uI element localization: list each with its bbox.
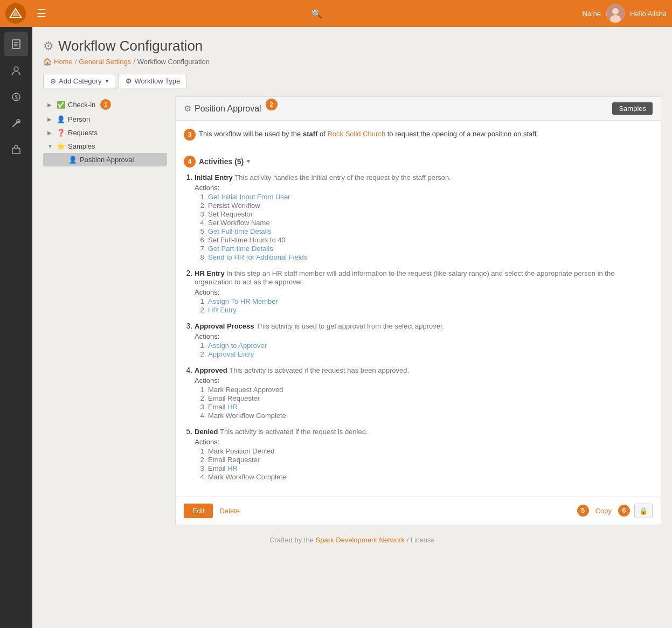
lock-button[interactable]: 🔒 <box>634 504 653 518</box>
footer-suffix: / License <box>407 536 435 544</box>
action-text: Mark Position Denied <box>208 447 275 455</box>
activity-4-title: Approved <box>195 366 229 374</box>
content-layout: ▶ ✅ Check-in 1 ▶ 👤 Person ▶ ❓ Requests ▼… <box>43 96 661 525</box>
copy-button[interactable]: Copy <box>593 504 614 518</box>
nav-item-check-in[interactable]: ▶ ✅ Check-in 1 <box>43 96 167 113</box>
nav-item-samples[interactable]: ▼ ⭐ Samples <box>43 139 167 153</box>
footer-left: Edit Delete <box>184 504 242 518</box>
activity-4-actions-label: Actions: <box>195 376 653 385</box>
activity-4-desc: This activity is activated if the reques… <box>229 366 409 374</box>
sidebar-item-work[interactable] <box>4 138 28 162</box>
search-icon[interactable]: 🔍 <box>311 9 322 19</box>
activity-2-action-list: Assign To HR Member HR Entry <box>195 297 653 314</box>
sidebar-item-person[interactable] <box>4 59 28 82</box>
action-text: Set Workflow Name <box>208 219 270 227</box>
action-link[interactable]: Get Part-time Details <box>208 245 273 253</box>
action-item: Send to HR for Additional Fields <box>208 253 653 261</box>
callout-4: 4 <box>184 156 196 168</box>
hello-user[interactable]: Hello Alisha <box>630 10 667 18</box>
add-category-button[interactable]: ⊕ Add Category ▾ <box>43 74 115 88</box>
nav-item-position-approval[interactable]: 👤 Position Approval <box>43 153 167 166</box>
activities-header[interactable]: 4 Activities (5) ▾ <box>184 156 653 168</box>
action-item: Set Requestor <box>208 210 653 218</box>
workflow-description: This workflow will be used by the staff … <box>199 129 538 139</box>
action-link[interactable]: Send to HR for Additional Fields <box>208 253 307 261</box>
panel-gear-icon: ⚙ <box>184 103 191 114</box>
main-content: ⚙ Workflow Configuration 🏠 Home / Genera… <box>32 27 672 628</box>
delete-button[interactable]: Delete <box>217 504 242 518</box>
svg-rect-13 <box>12 148 20 153</box>
activity-3-actions-label: Actions: <box>195 332 653 340</box>
breadcrumb-sep-1: / <box>75 58 77 66</box>
toolbar: ⊕ Add Category ▾ ⚙ Workflow Type <box>43 74 661 88</box>
action-text: Mark Request Approved <box>208 386 283 394</box>
page-title-icon: ⚙ <box>43 39 54 53</box>
activity-approved: Approved This activity is activated if t… <box>195 366 653 420</box>
activity-5-actions-label: Actions: <box>195 438 653 446</box>
check-in-icon: ✅ <box>57 101 65 109</box>
action-text: Email HR <box>208 403 238 411</box>
action-item: Mark Workflow Complete <box>208 411 653 420</box>
avatar[interactable] <box>606 4 625 23</box>
activities-label: Activities (5) <box>199 157 244 166</box>
svg-point-9 <box>14 67 18 71</box>
action-item: Approval Entry <box>208 350 653 358</box>
activity-5-desc: This activity is activated if the reques… <box>220 428 368 436</box>
breadcrumb-home-link[interactable]: Home <box>54 58 73 66</box>
activity-5-title: Denied <box>195 428 220 436</box>
breadcrumb-general-settings-link[interactable]: General Settings <box>79 58 131 66</box>
action-link[interactable]: Get Full-time Details <box>208 227 272 235</box>
email-hr-link[interactable]: HR <box>227 403 238 411</box>
workflow-type-button[interactable]: ⚙ Workflow Type <box>119 74 188 88</box>
sidebar-item-finance[interactable]: $ <box>4 85 28 109</box>
action-item: HR Entry <box>208 306 653 314</box>
action-text: Email Requester <box>208 394 260 402</box>
nav-item-requests[interactable]: ▶ ❓ Requests <box>43 126 167 139</box>
menu-button[interactable]: ☰ <box>31 4 52 23</box>
samples-button[interactable]: Samples <box>612 102 653 115</box>
action-item: Email HR <box>208 464 653 472</box>
activity-3-title: Approval Process <box>195 322 256 330</box>
action-text: Set Full-time Hours to 40 <box>208 236 286 244</box>
edit-button[interactable]: Edit <box>184 504 213 518</box>
activity-1-actions-label: Actions: <box>195 184 653 192</box>
action-text: Mark Workflow Complete <box>208 411 286 420</box>
action-item: Email HR <box>208 403 653 411</box>
action-item: Mark Position Denied <box>208 447 653 455</box>
callout-2: 2 <box>266 99 278 110</box>
sidebar-item-pages[interactable] <box>4 32 28 56</box>
check-in-toggle: ▶ <box>47 102 54 108</box>
activity-2-desc: In this step an HR staff member will add… <box>195 269 614 286</box>
action-text: Email HR <box>208 464 238 472</box>
action-item: Email Requester <box>208 394 653 402</box>
workflow-type-label: Workflow Type <box>135 77 181 85</box>
activity-5-action-list: Mark Position Denied Email Requester Ema… <box>195 447 653 481</box>
requests-icon: ❓ <box>57 129 65 137</box>
svg-text:$: $ <box>15 94 18 100</box>
action-link[interactable]: HR Entry <box>208 306 237 314</box>
breadcrumb: 🏠 Home / General Settings / Workflow Con… <box>43 58 661 66</box>
action-link[interactable]: Get Initial Input From User <box>208 193 290 201</box>
workflow-type-icon: ⚙ <box>126 77 132 85</box>
panel-title-wrap: ⚙ Position Approval 2 <box>184 103 276 115</box>
position-approval-label: Position Approval <box>80 156 134 164</box>
samples-icon: ⭐ <box>57 142 65 150</box>
page-footer: Crafted by the Spark Development Network… <box>43 525 661 555</box>
breadcrumb-current: Workflow Configuration <box>137 58 210 66</box>
position-approval-icon: 👤 <box>68 156 77 164</box>
add-category-caret: ▾ <box>106 78 108 84</box>
spark-link[interactable]: Spark Development Network <box>316 536 405 544</box>
sidebar-item-tools[interactable] <box>4 111 28 135</box>
page-title: Workflow Configuration <box>58 38 203 54</box>
nav-item-person[interactable]: ▶ 👤 Person <box>43 113 167 126</box>
email-hr-link-2[interactable]: HR <box>227 464 238 472</box>
activity-1-title: Initial Entry <box>195 173 234 182</box>
action-link[interactable]: Assign To HR Member <box>208 297 278 305</box>
footer-text: Crafted by the <box>269 536 314 544</box>
samples-label: Samples <box>68 142 95 150</box>
name-dropdown[interactable]: Name <box>582 10 601 18</box>
action-link[interactable]: Approval Entry <box>208 350 254 358</box>
action-link[interactable]: Assign to Approver <box>208 341 267 350</box>
church-link[interactable]: Rock Solid Church <box>327 130 385 138</box>
app-logo[interactable] <box>5 3 26 24</box>
